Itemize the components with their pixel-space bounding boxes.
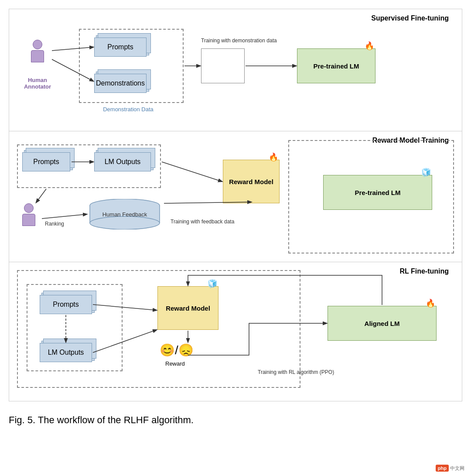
prompts-stack-s3: Prompts: [40, 295, 92, 314]
human-annotator-label: HumanAnnotator: [18, 77, 57, 90]
human-head-s2: [24, 203, 34, 213]
prompts-inner-s2: Prompts: [22, 152, 70, 171]
svg-line-14: [162, 162, 222, 181]
human-body: [31, 50, 44, 62]
section3-title: RL Fine-tuning: [399, 267, 449, 275]
training-box-s1: [201, 48, 245, 83]
ice-icon-s2: 🧊: [421, 168, 431, 177]
svg-line-12: [42, 214, 87, 219]
prompts-inner-s3: Prompts: [40, 295, 92, 314]
rl-training-label: Training with RL algorithm (PPO): [258, 369, 334, 375]
watermark: php 中文网: [436, 465, 464, 472]
prompts-inner-s1: Prompts: [94, 38, 147, 57]
reward-model-s3: Reward Model 🧊: [157, 286, 218, 330]
section1-title: Supervised Fine-tuning: [371, 14, 449, 22]
svg-line-11: [36, 189, 46, 202]
pretrained-lm-s2: Pre-trained LM 🧊: [323, 175, 432, 210]
demonstrations-inner: Demonstrations: [94, 74, 147, 93]
reward-label: Reward: [165, 360, 185, 367]
ranking-label: Ranking: [45, 221, 64, 227]
lm-outputs-stack-s3: LM Outputs: [40, 343, 92, 362]
prompts-stack-s2: Prompts: [22, 152, 70, 171]
demonstrations-stack: Demonstrations: [94, 74, 147, 93]
lm-outputs-stack-s2: LM Outputs: [94, 152, 151, 171]
fire-icon-s3: 🔥: [426, 298, 435, 308]
section-reward-model: Reward Model Training Prompts LM Outputs: [9, 131, 462, 262]
pretrained-lm-s1: Pre-trained LM 🔥: [297, 48, 375, 83]
human-head: [33, 40, 42, 49]
human-feedback-cylinder: Human Feedback: [88, 199, 162, 229]
prompts-stack-s1: Prompts: [94, 38, 147, 57]
training-demo-label: Training with demonstration data: [201, 38, 277, 44]
training-feedback-label: Training with feedback data: [171, 219, 234, 225]
human-figure-s2: [22, 203, 35, 226]
human-body-s2: [22, 214, 35, 226]
figure-caption: Fig. 5. The workflow of the RLHF algorit…: [9, 410, 462, 430]
fire-icon-s1: 🔥: [365, 41, 374, 51]
lm-outputs-inner-s3: LM Outputs: [40, 343, 92, 362]
svg-text:Human Feedback: Human Feedback: [102, 211, 147, 218]
diagram-container: Supervised Fine-tuning HumanAnnotator Pr…: [9, 9, 462, 430]
reward-emojis: 😊/😞: [160, 343, 194, 357]
reward-model-s2: Reward Model 🔥: [223, 160, 280, 203]
demo-data-label: Demonstration Data: [93, 106, 163, 113]
aligned-lm-s3: Aligned LM 🔥: [328, 306, 437, 341]
section-supervised-finetuning: Supervised Fine-tuning HumanAnnotator Pr…: [9, 9, 462, 131]
section-rl-finetuning: RL Fine-tuning Prompts LM Outputs Reward…: [9, 262, 462, 401]
lm-outputs-inner-s2: LM Outputs: [94, 152, 151, 171]
ice-icon-s3: 🧊: [208, 279, 217, 288]
svg-point-8: [90, 216, 160, 229]
fire-icon-s2: 🔥: [269, 152, 278, 162]
human-annotator-figure: [31, 40, 44, 62]
